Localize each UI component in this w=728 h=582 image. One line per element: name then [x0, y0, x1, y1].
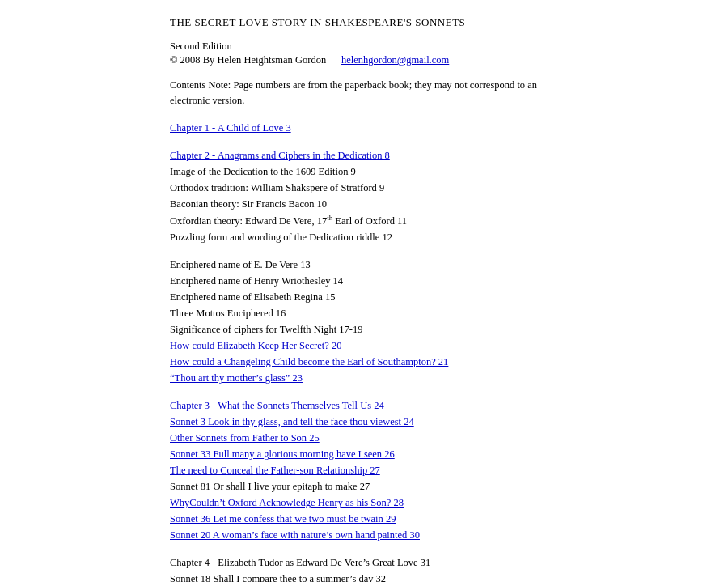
chapter1-link[interactable]: Chapter 1 - A Child of Love 3: [170, 120, 558, 136]
ch4-heading: Chapter 4 - Elizabeth Tudor as Edward De…: [170, 554, 558, 571]
chapter1-section: Chapter 1 - A Child of Love 3: [170, 120, 558, 136]
book-title: THE SECRET LOVE STORY IN SHAKESPEARE'S S…: [170, 16, 558, 29]
page-container: THE SECRET LOVE STORY IN SHAKESPEARE'S S…: [0, 0, 728, 582]
ch3-link-4[interactable]: The need to Conceal the Father-son Relat…: [170, 462, 558, 478]
chapter3-link[interactable]: Chapter 3 - What the Sonnets Themselves …: [170, 397, 558, 414]
content-area: THE SECRET LOVE STORY IN SHAKESPEARE'S S…: [170, 16, 558, 582]
ch2-enc-2: Enciphered name of Henry Wriothesley 14: [170, 273, 558, 289]
chapter2-link[interactable]: Chapter 2 - Anagrams and Ciphers in the …: [170, 147, 558, 164]
copyright-text: © 2008 By Helen Heightsman Gordon: [170, 54, 326, 66]
ch2-link-1[interactable]: How could Elizabeth Keep Her Secret? 20: [170, 338, 558, 354]
ch2-enc-4: Three Mottos Enciphered 16: [170, 305, 558, 321]
edition-line: Second Edition: [170, 40, 558, 53]
ch3-link-5[interactable]: WhyCouldn’t Oxford Acknowledge Henry as …: [170, 495, 558, 511]
chapter2-enciphered-section: Enciphered name of E. De Vere 13 Enciphe…: [170, 257, 558, 386]
ch3-link-7[interactable]: Sonnet 20 A woman’s face with nature’s o…: [170, 527, 558, 543]
ch2-enc-5: Significance of ciphers for Twelfth Nigh…: [170, 321, 558, 338]
ch2-plain-3: Baconian theory: Sir Francis Bacon 10: [170, 196, 558, 212]
copyright-line: © 2008 By Helen Heightsman Gordon helenh…: [170, 54, 558, 66]
ch2-plain-2: Orthodox tradition: William Shakspere of…: [170, 180, 558, 196]
chapter4-section: Chapter 4 - Elizabeth Tudor as Edward De…: [170, 554, 558, 582]
chapter3-section: Chapter 3 - What the Sonnets Themselves …: [170, 397, 558, 543]
ch2-plain-4: Puzzling form and wording of the Dedicat…: [170, 229, 558, 245]
contents-note: Contents Note: Page numbers are from the…: [170, 78, 558, 108]
ch3-link-1[interactable]: Sonnet 3 Look in thy glass, and tell the…: [170, 414, 558, 430]
ch3-plain-1: Sonnet 81 Or shall I live your epitaph t…: [170, 478, 558, 495]
ch2-plain-1: Image of the Dedication to the 1609 Edit…: [170, 164, 558, 180]
chapter2-section: Chapter 2 - Anagrams and Ciphers in the …: [170, 147, 558, 245]
ch4-plain-1: Sonnet 18 Shall I compare thee to a summ…: [170, 571, 558, 582]
ch2-enc-3: Enciphered name of Elisabeth Regina 15: [170, 289, 558, 305]
ch3-link-3[interactable]: Sonnet 33 Full many a glorious morning h…: [170, 446, 558, 462]
ch2-link-3[interactable]: “Thou art thy mother’s glass” 23: [170, 370, 558, 386]
ch2-link-2[interactable]: How could a Changeling Child become the …: [170, 354, 558, 370]
ch2-oxford-line: Oxfordian theory: Edward De Vere, 17th E…: [170, 212, 558, 229]
ch3-link-2[interactable]: Other Sonnets from Father to Son 25: [170, 430, 558, 446]
email-link[interactable]: helenhgordon@gmail.com: [341, 54, 449, 66]
ch2-enc-1: Enciphered name of E. De Vere 13: [170, 257, 558, 273]
ch3-link-6[interactable]: Sonnet 36 Let me confess that we two mus…: [170, 511, 558, 527]
